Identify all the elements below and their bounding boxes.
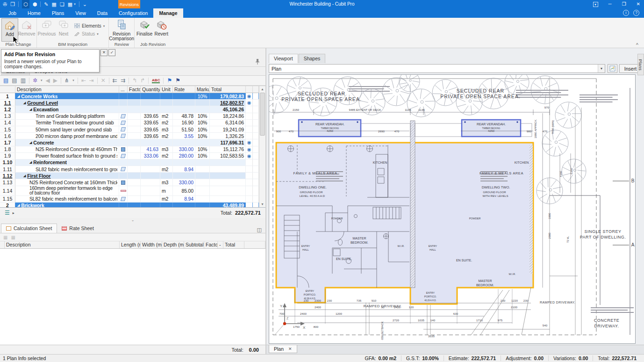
table-row[interactable]: 1.15SL82 fabric mesh reinforcement to ba… xyxy=(0,196,259,203)
plan-drawing-canvas[interactable]: Y X Z 21509485 EXTENT OF DECK11351135970… xyxy=(269,74,636,344)
calc-sheet-header[interactable]: DescriptionLength (m)Width (m)Depth (m)S… xyxy=(0,241,265,249)
table-row[interactable]: 1.3Trim and Grade building platform339.6… xyxy=(0,113,259,120)
column-header[interactable]: Quantity xyxy=(141,86,160,93)
eye-icon[interactable]: ◉ xyxy=(247,147,251,152)
table-row[interactable]: 1.13N25 Reinforced Concrete at 160mm Thi… xyxy=(0,179,259,186)
expand-filter-icon[interactable]: ▸ xyxy=(13,211,14,215)
close-button[interactable]: ✕ xyxy=(637,0,640,8)
toolbar-icon[interactable]: ▶ xyxy=(53,78,57,83)
panel-splitter[interactable] xyxy=(265,48,266,354)
info-icon[interactable]: i xyxy=(623,10,629,16)
pin-icon[interactable] xyxy=(255,58,260,66)
toolbar-icon[interactable]: ✲ xyxy=(33,78,37,83)
menu-tab-plans[interactable]: Plans xyxy=(46,8,70,18)
column-header[interactable]: Unit xyxy=(160,86,173,93)
table-row[interactable]: 1.10◢Reinforcement xyxy=(0,159,259,166)
toolbar-icon[interactable]: ⚑ xyxy=(167,78,172,83)
toolbar-icon[interactable]: ⇇ xyxy=(113,78,117,83)
column-header[interactable]: Markup xyxy=(195,86,210,93)
tab-rate-sheet[interactable]: Rate Sheet xyxy=(57,224,99,233)
revision-comparison-button[interactable]: RevisionComparison xyxy=(110,18,133,42)
table-row[interactable]: 1◢Concrete Works10%179,082.83◉ xyxy=(0,93,259,100)
table-icon[interactable]: ▦ xyxy=(68,0,72,8)
app-icon[interactable]: ✇ xyxy=(3,0,7,8)
table-row[interactable]: 2◢Brickwork43,489.89 xyxy=(0,203,259,207)
table-row[interactable]: 1.2◢Excavation45,106.26 xyxy=(0,106,259,113)
tab-manage[interactable]: Manage xyxy=(153,8,183,18)
menu-tab-configuration[interactable]: Configuration xyxy=(113,8,153,18)
finalise-button[interactable]: Finalise xyxy=(136,18,153,42)
tab-calculation-sheet[interactable]: Calculation Sheet xyxy=(1,224,57,233)
table-row[interactable]: 1.4Termite Treatment below ground slab33… xyxy=(0,120,259,126)
remove-plan-button[interactable]: Remove xyxy=(18,18,35,42)
takeoff-grid-icon[interactable]: ▦ xyxy=(52,0,57,8)
table-row[interactable]: 1.7◢Concrete117,696.31◉ xyxy=(0,139,259,146)
ribbon-collapse-icon[interactable]: ^ xyxy=(636,42,638,47)
floor-plan[interactable]: Y X Z 21509485 EXTENT OF DECK11351135970… xyxy=(269,75,636,344)
chevron-down-icon[interactable]: ▼ xyxy=(598,65,605,72)
column-header[interactable]: Description xyxy=(15,86,119,93)
column-header[interactable]: Length (m) xyxy=(120,241,141,248)
column-header[interactable]: Description xyxy=(5,241,120,248)
cancel-edit-button[interactable]: ✕ xyxy=(100,49,107,56)
package-icon[interactable]: ❒ xyxy=(10,0,15,8)
close-icon[interactable]: ✕ xyxy=(288,347,292,351)
column-header[interactable]: ... xyxy=(119,86,128,93)
tab-viewport[interactable]: Viewport xyxy=(269,54,298,63)
menu-tab-home[interactable]: Home xyxy=(22,8,46,18)
column-header[interactable] xyxy=(0,86,15,93)
column-header[interactable]: Depth (m) xyxy=(162,241,184,248)
scroll-down-icon[interactable]: ▼ xyxy=(259,201,265,207)
revert-button[interactable]: Revert xyxy=(153,18,170,42)
eye-icon[interactable]: ◉ xyxy=(247,94,251,99)
toolbar-icon[interactable]: ▤ xyxy=(12,78,17,83)
more-commands-icon[interactable]: ⌄ xyxy=(83,0,87,8)
table-row[interactable]: 1.1◢Ground Level162,802.57◉ xyxy=(0,100,259,106)
table-row[interactable]: 1.6200 micron damp proof membrane under … xyxy=(0,133,259,139)
calc-tool-icon[interactable]: ▦ xyxy=(3,235,7,240)
insert-plan-icon-button[interactable] xyxy=(608,64,617,73)
column-header[interactable]: Factor xyxy=(204,241,218,248)
toolbar-icon[interactable]: ↰ xyxy=(132,78,137,83)
next-button[interactable]: Next xyxy=(55,18,72,42)
toolbar-icon[interactable]: ⇥ xyxy=(89,78,94,83)
toolbar-icon[interactable]: ↱ xyxy=(140,78,145,83)
column-header[interactable]: Factor xyxy=(128,86,141,93)
toolbar-icon[interactable]: ▥ xyxy=(21,78,26,83)
shapes-icon[interactable]: ⬡ xyxy=(22,0,29,8)
eye-icon[interactable]: ◉ xyxy=(247,153,251,159)
column-header[interactable]: Total xyxy=(223,241,244,248)
help-icon[interactable]: ? xyxy=(633,10,639,16)
column-header[interactable]: Width (m) xyxy=(141,241,162,248)
eye-icon[interactable]: ◉ xyxy=(247,140,251,145)
minimize-button[interactable]: ─ xyxy=(608,0,612,8)
column-header[interactable]: Rate xyxy=(173,86,195,93)
estimate-toolbar[interactable]: ▤▤▥✲▾◀▶⋔▾⇤⇥✕⇇⇉↰↱ABC⚑⚑ xyxy=(0,76,265,86)
scroll-up-icon[interactable]: ▲ xyxy=(259,86,265,92)
drafting-icon[interactable]: ✎ xyxy=(44,0,48,8)
toolbar-icon[interactable]: ✕ xyxy=(101,78,106,83)
column-header[interactable] xyxy=(253,86,259,93)
column-header[interactable] xyxy=(244,241,265,248)
column-header[interactable] xyxy=(0,241,5,248)
side-tab-plans[interactable]: Plans xyxy=(637,54,644,75)
column-header[interactable] xyxy=(246,86,253,93)
confirm-edit-button[interactable]: ✓ xyxy=(108,49,115,56)
toolbar-icon[interactable]: ⇉ xyxy=(121,78,125,83)
elements-dropdown[interactable]: Elements▾ xyxy=(74,23,105,29)
scrollbar-thumb[interactable] xyxy=(260,93,265,136)
table-row[interactable]: 1.8N25 Reinforced Concrete at 450mm Thic… xyxy=(0,146,259,153)
column-header[interactable]: - xyxy=(218,241,223,248)
toolbar-icon[interactable]: ⋔ xyxy=(64,78,69,83)
estimate-scrollbar[interactable]: ▲ ▼ xyxy=(259,86,265,207)
status-dropdown[interactable]: Status▾ xyxy=(74,31,105,37)
menu-tab-data[interactable]: Data xyxy=(92,8,113,18)
sheet-layout-icon[interactable]: ◫ xyxy=(257,227,262,233)
plan-select[interactable]: Plan ▼ xyxy=(269,64,605,73)
toolbar-icon[interactable]: ▾ xyxy=(72,78,74,83)
maximize-button[interactable]: ❐ xyxy=(622,0,626,8)
toolbar-icon[interactable]: ABC xyxy=(152,78,160,83)
menu-tab-job[interactable]: Job xyxy=(3,8,22,18)
calc-tool-icon[interactable]: ▦ xyxy=(11,235,15,240)
column-header[interactable]: Subtotal xyxy=(184,241,204,248)
